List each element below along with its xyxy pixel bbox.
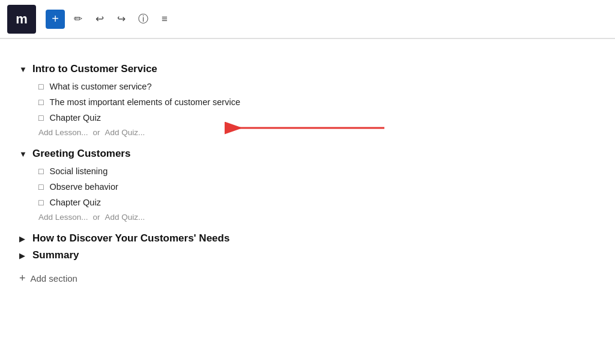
- add-section-icon: +: [19, 272, 26, 285]
- edit-icon[interactable]: ✏: [70, 11, 86, 28]
- add-section-button[interactable]: + Add section: [19, 266, 596, 291]
- section-summary: ▶ Summary: [19, 249, 596, 261]
- undo-icon[interactable]: ↩: [91, 11, 108, 28]
- lesson-title: What is customer service?: [49, 82, 151, 91]
- section-greeting-title: Greeting Customers: [32, 148, 130, 160]
- add-lesson-link[interactable]: Add Lesson...: [38, 128, 88, 137]
- section-intro: ▼ Intro to Customer Service □ What is cu…: [19, 63, 596, 143]
- lesson-icon: □: [38, 182, 43, 192]
- add-quiz-link[interactable]: Add Quiz...: [105, 128, 145, 137]
- or-label: or: [93, 128, 100, 137]
- section-intro-title: Intro to Customer Service: [32, 63, 157, 75]
- section-greeting: ▼ Greeting Customers □ Social listening …: [19, 148, 596, 228]
- lesson-title: Chapter Quiz: [49, 113, 100, 123]
- lesson-title: Social listening: [49, 166, 108, 176]
- section-summary-title: Summary: [32, 249, 79, 261]
- section-intro-toggle: ▼: [19, 65, 28, 74]
- list-item: □ What is customer service?: [38, 79, 596, 94]
- list-item: □ Social listening: [38, 163, 596, 179]
- section-greeting-toggle: ▼: [19, 150, 28, 159]
- add-button[interactable]: +: [46, 10, 65, 29]
- add-lesson-row: Add Lesson... or Add Quiz...: [38, 126, 596, 143]
- lesson-title: Chapter Quiz: [49, 198, 100, 207]
- red-arrow-annotation: [216, 121, 384, 135]
- section-greeting-header[interactable]: ▼ Greeting Customers: [19, 148, 596, 160]
- section-greeting-items: □ Social listening □ Observe behavior □ …: [19, 163, 596, 228]
- add-lesson-row-2: Add Lesson... or Add Quiz...: [38, 210, 596, 228]
- section-discover-header[interactable]: ▶ How to Discover Your Customers' Needs: [19, 232, 596, 244]
- section-discover: ▶ How to Discover Your Customers' Needs: [19, 232, 596, 244]
- section-discover-toggle: ▶: [19, 234, 28, 243]
- redo-icon[interactable]: ↪: [113, 11, 130, 28]
- lesson-icon: □: [38, 113, 43, 123]
- lesson-icon: □: [38, 198, 43, 207]
- add-icon: +: [52, 12, 59, 26]
- list-item: □ The most important elements of custome…: [38, 94, 596, 110]
- or-label-2: or: [93, 213, 100, 222]
- toolbar: m + ✏ ↩ ↪ ⓘ ≡: [0, 0, 615, 38]
- logo-letter: m: [16, 11, 28, 27]
- info-icon[interactable]: ⓘ: [135, 11, 151, 28]
- logo: m: [7, 5, 36, 34]
- section-summary-toggle: ▶: [19, 251, 28, 260]
- menu-icon[interactable]: ≡: [156, 11, 173, 28]
- list-item: □ Observe behavior: [38, 179, 596, 195]
- add-section-label: Add section: [31, 273, 77, 284]
- add-lesson-link-2[interactable]: Add Lesson...: [38, 213, 88, 222]
- lesson-icon: □: [38, 82, 43, 91]
- add-quiz-link-2[interactable]: Add Quiz...: [105, 213, 145, 222]
- lesson-title: The most important elements of customer …: [49, 97, 240, 107]
- lesson-title: Observe behavior: [49, 182, 118, 192]
- main-content: ▼ Intro to Customer Service □ What is cu…: [0, 49, 615, 364]
- list-item: □ Chapter Quiz: [38, 195, 596, 210]
- section-summary-header[interactable]: ▶ Summary: [19, 249, 596, 261]
- lesson-icon: □: [38, 166, 43, 176]
- section-intro-header[interactable]: ▼ Intro to Customer Service: [19, 63, 596, 75]
- section-intro-items: □ What is customer service? □ The most i…: [19, 79, 596, 143]
- section-discover-title: How to Discover Your Customers' Needs: [32, 232, 229, 244]
- lesson-icon: □: [38, 97, 43, 107]
